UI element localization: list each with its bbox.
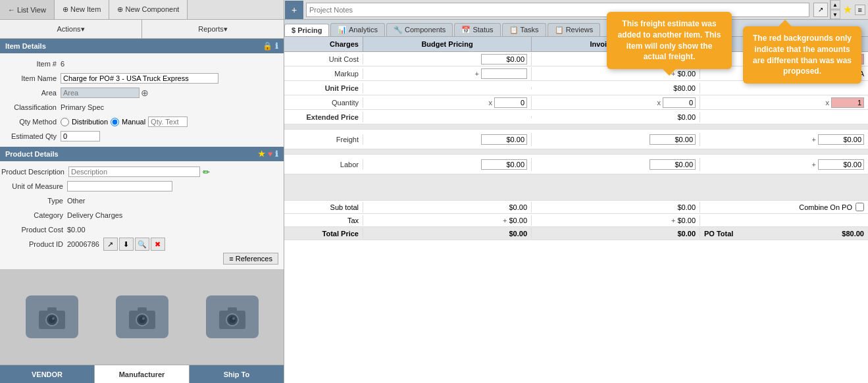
qty-budget-input[interactable] (494, 97, 527, 108)
uom-input[interactable] (67, 181, 172, 192)
star-favorite-icon[interactable]: ★ (843, 3, 852, 16)
manual-label: Manual (122, 118, 145, 126)
camera-2[interactable] (116, 295, 168, 338)
total-budget-value: $0.00 (509, 230, 527, 238)
item-name-input[interactable] (61, 73, 218, 84)
references-button[interactable]: ≡ References (223, 253, 278, 265)
qty-po-input[interactable] (831, 97, 864, 108)
item-num-row: Item # 6 (1, 57, 282, 70)
tab-tasks[interactable]: 📋 Tasks (502, 23, 546, 36)
category-row: Category Delivery Charges (1, 209, 282, 222)
description-row: Product Description ✏ (1, 165, 282, 178)
estimated-qty-input[interactable] (61, 131, 100, 141)
area-expand-icon[interactable]: ⊕ (141, 88, 149, 98)
svg-point-4 (52, 317, 55, 320)
lock-icon[interactable]: 🔒 (263, 41, 272, 51)
product-download-btn[interactable]: ⬇ (119, 238, 134, 251)
charges-col-header: Charges (284, 37, 363, 51)
vendor-tab[interactable]: VENDOR (0, 365, 95, 383)
tax-row: Tax + $0.00 + $0.00 (284, 214, 868, 227)
svg-rect-1 (47, 307, 57, 313)
star-icon[interactable]: ★ (258, 149, 265, 159)
classification-row: Classification Primary Spec (1, 101, 282, 114)
tax-budget: + $0.00 (363, 215, 532, 226)
product-navigate-btn[interactable]: ↗ (103, 238, 118, 251)
labor-po-input[interactable] (818, 159, 864, 170)
tab-analytics[interactable]: 📊 Analytics (330, 23, 384, 36)
new-component-button[interactable]: ⊕ New Component (109, 0, 188, 19)
camera-3[interactable] (206, 295, 259, 338)
list-view-button[interactable]: ← List View (0, 0, 55, 19)
product-delete-btn[interactable]: ✖ (151, 238, 165, 251)
tab-pricing[interactable]: $ Pricing (284, 24, 329, 36)
category-value: Delivery Charges (67, 211, 122, 219)
reports-button[interactable]: Reports ▾ (142, 20, 284, 38)
markup-budget-input[interactable] (481, 68, 527, 79)
unit-cost-budget-input[interactable] (481, 54, 527, 64)
subtotal-budget: $0.00 (363, 202, 532, 213)
combine-on-po-checkbox[interactable] (855, 203, 864, 211)
estimated-qty-label: Estimated Qty (1, 132, 61, 140)
area-input[interactable] (61, 88, 140, 98)
scroll-down-arrow[interactable]: ▼ (830, 10, 840, 19)
new-item-button[interactable]: ⊕ New Item (55, 0, 110, 19)
tax-invoice: + $0.00 (532, 215, 700, 226)
freight-po-input[interactable] (818, 134, 864, 145)
product-id-row: Product ID 20006786 ↗ ⬇ 🔍 ✖ (1, 238, 282, 251)
subtotal-invoice: $0.00 (532, 202, 700, 213)
qty-text-input[interactable] (148, 116, 188, 127)
ship-to-tab[interactable]: Ship To (190, 365, 284, 383)
total-budget: $0.00 (363, 228, 532, 239)
project-notes-input[interactable] (306, 3, 809, 17)
extended-price-invoice-value: $0.00 (677, 113, 696, 121)
edit-icon[interactable]: ✏ (203, 167, 210, 177)
item-name-row: Item Name (1, 72, 282, 85)
distribution-radio[interactable] (61, 118, 69, 126)
right-add-button[interactable]: + (285, 1, 303, 19)
area-row: Area ⊕ (1, 86, 282, 99)
info-icon[interactable]: ℹ (275, 41, 278, 51)
references-row: ≡ References (1, 252, 282, 265)
pricing-area: Charges Budget Pricing Invoice Pricing P… (284, 37, 868, 383)
po-total-label: PO Total (704, 230, 733, 238)
labor-budget (363, 158, 532, 171)
labor-invoice-input[interactable] (650, 159, 696, 170)
category-label: Category (1, 211, 67, 219)
camera-1[interactable] (26, 295, 78, 338)
product-search-btn[interactable]: 🔍 (135, 238, 149, 251)
description-input[interactable] (68, 166, 200, 177)
scroll-up-arrow[interactable]: ▲ (830, 0, 840, 9)
tab-status[interactable]: 📅 Status (454, 23, 500, 36)
svg-point-8 (139, 317, 145, 323)
reports-label: Reports (198, 25, 224, 33)
area-label: Area (1, 89, 61, 97)
subtotal-po: Combine On PO (700, 201, 868, 213)
classification-label: Classification (1, 103, 61, 111)
manufacturer-tab[interactable]: Manufacturer (95, 365, 190, 383)
expand-button[interactable]: ↗ (813, 3, 828, 17)
description-label: Product Description (1, 168, 68, 176)
freight-invoice-input[interactable] (650, 134, 696, 145)
subtotal-row: Sub total $0.00 $0.00 Combine On PO (284, 201, 868, 214)
product-info-icon[interactable]: ℹ (275, 149, 278, 159)
heart-icon[interactable]: ♥ (268, 149, 272, 159)
tax-invoice-value: $0.00 (677, 217, 696, 224)
labor-budget-input[interactable] (481, 159, 527, 170)
actions-button[interactable]: Actions ▾ (0, 20, 142, 38)
svg-point-13 (229, 317, 236, 323)
labor-invoice (532, 158, 700, 171)
actions-caret: ▾ (81, 25, 85, 34)
actions-label: Actions (57, 25, 80, 33)
tab-reviews[interactable]: 📋 Reviews (548, 23, 601, 36)
quantity-po: x (700, 96, 868, 109)
item-details-title: Item Details (5, 42, 46, 50)
total-label: Total Price (284, 228, 363, 239)
manual-radio[interactable] (111, 118, 119, 126)
right-panel-button[interactable]: ≡ (855, 5, 865, 15)
qty-invoice-input[interactable] (663, 97, 696, 108)
svg-rect-11 (228, 307, 237, 313)
type-label: Type (1, 197, 67, 205)
tab-components[interactable]: 🔧 Components (386, 23, 453, 36)
quantity-row: Quantity x x x (284, 95, 868, 110)
freight-budget-input[interactable] (481, 134, 527, 145)
